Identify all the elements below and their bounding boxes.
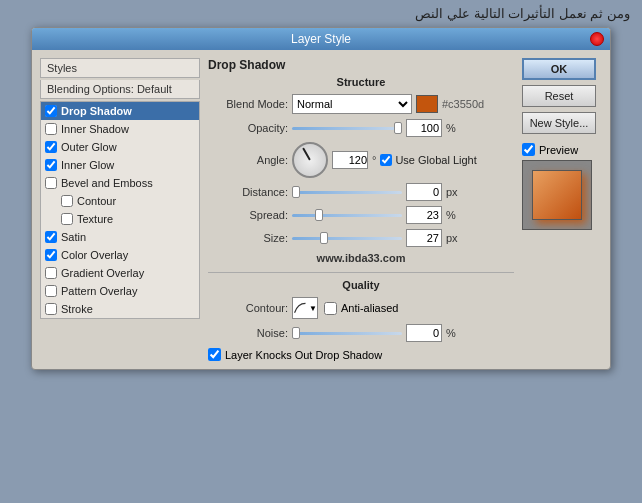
bevel-emboss-checkbox[interactable]: [45, 177, 57, 189]
size-value-input[interactable]: [406, 229, 442, 247]
styles-label: Styles: [47, 62, 77, 74]
degree-symbol: °: [372, 154, 376, 166]
size-row: Size: px: [208, 229, 514, 247]
new-style-button[interactable]: New Style...: [522, 112, 596, 134]
pattern-overlay-checkbox[interactable]: [45, 285, 57, 297]
anti-aliased-checkbox[interactable]: [324, 302, 337, 315]
effect-stroke[interactable]: Stroke: [41, 300, 199, 318]
effect-drop-shadow[interactable]: Drop Shadow: [41, 102, 199, 120]
use-global-light-container: Use Global Light: [380, 154, 476, 166]
blend-mode-select[interactable]: Normal Multiply Screen: [292, 94, 412, 114]
styles-header[interactable]: Styles: [40, 58, 200, 78]
noise-row: Noise: %: [208, 324, 514, 342]
contour-controls: ▼ Anti-aliased: [292, 297, 398, 319]
effect-contour[interactable]: Contour: [41, 192, 199, 210]
drop-shadow-checkbox[interactable]: [45, 105, 57, 117]
effect-inner-glow[interactable]: Inner Glow: [41, 156, 199, 174]
spread-unit: %: [446, 209, 464, 221]
dial-needle: [302, 147, 311, 160]
layer-knocks-checkbox[interactable]: [208, 348, 221, 361]
preview-label-row: Preview: [522, 143, 602, 156]
top-bar: ومن ثم نعمل التأثيرات التالية علي النص: [0, 0, 642, 27]
effect-pattern-overlay[interactable]: Pattern Overlay: [41, 282, 199, 300]
opacity-slider[interactable]: [292, 127, 402, 130]
inner-shadow-label: Inner Shadow: [61, 123, 129, 135]
color-overlay-checkbox[interactable]: [45, 249, 57, 261]
noise-label: Noise:: [208, 327, 288, 339]
size-slider[interactable]: [292, 237, 402, 240]
color-hex-label: #c3550d: [442, 98, 484, 110]
use-global-light-checkbox[interactable]: [380, 154, 392, 166]
blend-mode-row: Blend Mode: Normal Multiply Screen #c355…: [208, 94, 514, 114]
website-text: www.ibda33.com: [208, 252, 514, 264]
blend-mode-label: Blend Mode:: [208, 98, 288, 110]
spread-row: Spread: %: [208, 206, 514, 224]
texture-checkbox[interactable]: [61, 213, 73, 225]
ok-button[interactable]: OK: [522, 58, 596, 80]
inner-glow-checkbox[interactable]: [45, 159, 57, 171]
distance-slider[interactable]: [292, 191, 402, 194]
section-title: Drop Shadow: [208, 58, 514, 72]
preview-inner-box: [532, 170, 582, 220]
inner-shadow-checkbox[interactable]: [45, 123, 57, 135]
contour-checkbox[interactable]: [61, 195, 73, 207]
contour-icon: [293, 300, 307, 316]
close-button[interactable]: [590, 32, 604, 46]
spread-slider-container: %: [292, 206, 514, 224]
blend-mode-controls: Normal Multiply Screen #c3550d: [292, 94, 484, 114]
distance-value-input[interactable]: [406, 183, 442, 201]
effect-texture[interactable]: Texture: [41, 210, 199, 228]
anti-aliased-row: Anti-aliased: [324, 302, 398, 315]
distance-row: Distance: px: [208, 183, 514, 201]
effect-satin[interactable]: Satin: [41, 228, 199, 246]
effect-gradient-overlay[interactable]: Gradient Overlay: [41, 264, 199, 282]
angle-dial[interactable]: [292, 142, 328, 178]
effect-outer-glow[interactable]: Outer Glow: [41, 138, 199, 156]
angle-row: Angle: ° Use Global Light: [208, 142, 514, 178]
angle-value-input[interactable]: [332, 151, 368, 169]
size-slider-container: px: [292, 229, 514, 247]
opacity-value-input[interactable]: [406, 119, 442, 137]
effect-color-overlay[interactable]: Color Overlay: [41, 246, 199, 264]
contour-picker[interactable]: ▼: [292, 297, 318, 319]
noise-slider[interactable]: [292, 332, 402, 335]
use-global-light-label: Use Global Light: [395, 154, 476, 166]
contour-label: Contour: [77, 195, 116, 207]
color-overlay-label: Color Overlay: [61, 249, 128, 261]
preview-label: Preview: [539, 144, 578, 156]
opacity-label: Opacity:: [208, 122, 288, 134]
layer-knocks-row: Layer Knocks Out Drop Shadow: [208, 348, 514, 361]
noise-unit: %: [446, 327, 464, 339]
spread-slider[interactable]: [292, 214, 402, 217]
contour-row: Contour: ▼ Anti-aliased: [208, 297, 514, 319]
stroke-checkbox[interactable]: [45, 303, 57, 315]
effects-list: Drop Shadow Inner Shadow Outer Glow Inne…: [40, 101, 200, 319]
opacity-slider-container: %: [292, 119, 514, 137]
preview-section: Preview: [522, 143, 602, 230]
distance-label: Distance:: [208, 186, 288, 198]
noise-slider-container: %: [292, 324, 514, 342]
effect-bevel-emboss[interactable]: Bevel and Emboss: [41, 174, 199, 192]
gradient-overlay-checkbox[interactable]: [45, 267, 57, 279]
outer-glow-checkbox[interactable]: [45, 141, 57, 153]
effect-inner-shadow[interactable]: Inner Shadow: [41, 120, 199, 138]
contour-dropdown-arrow: ▼: [309, 304, 317, 313]
size-label: Size:: [208, 232, 288, 244]
satin-label: Satin: [61, 231, 86, 243]
drop-shadow-label: Drop Shadow: [61, 105, 132, 117]
main-content: Drop Shadow Structure Blend Mode: Normal…: [208, 58, 514, 361]
preview-checkbox[interactable]: [522, 143, 535, 156]
texture-label: Texture: [77, 213, 113, 225]
blending-options-item[interactable]: Blending Options: Default: [40, 80, 200, 99]
size-unit: px: [446, 232, 464, 244]
quality-section: Quality Contour: ▼ Anti-aliased: [208, 272, 514, 361]
noise-value-input[interactable]: [406, 324, 442, 342]
opacity-row: Opacity: %: [208, 119, 514, 137]
section-subtitle: Structure: [208, 76, 514, 88]
spread-value-input[interactable]: [406, 206, 442, 224]
satin-checkbox[interactable]: [45, 231, 57, 243]
color-picker-box[interactable]: [416, 95, 438, 113]
reset-button[interactable]: Reset: [522, 85, 596, 107]
right-panel: OK Reset New Style... Preview: [522, 58, 602, 361]
gradient-overlay-label: Gradient Overlay: [61, 267, 144, 279]
